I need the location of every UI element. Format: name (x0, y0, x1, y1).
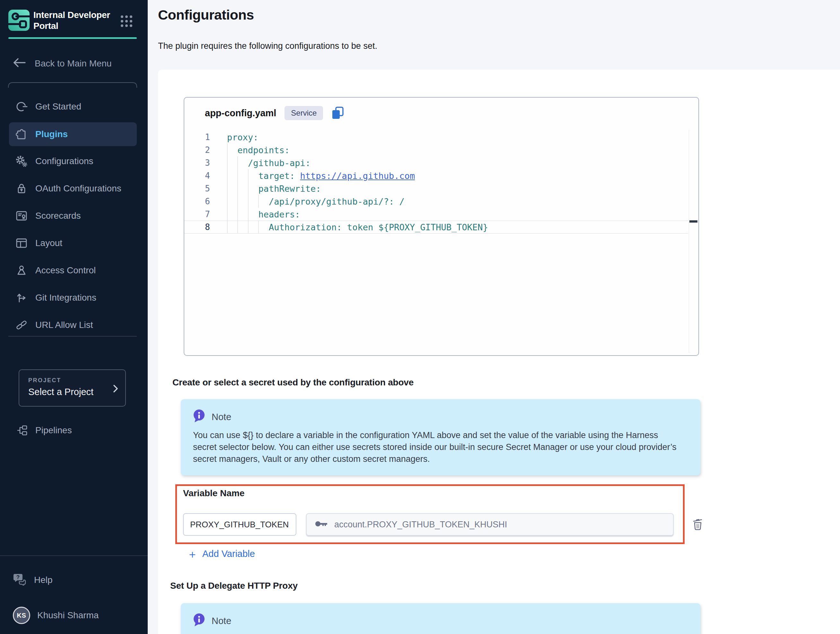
copy-icon[interactable] (332, 106, 344, 120)
sidebar-item-oauth-configurations[interactable]: OAuth Configurations (9, 180, 137, 198)
project-label: PROJECT (28, 377, 62, 384)
back-label: Back to Main Menu (35, 58, 112, 69)
project-selector[interactable]: PROJECT Select a Project (19, 369, 126, 406)
sidebar-item-label: Layout (35, 238, 62, 248)
delete-variable-icon[interactable] (691, 517, 705, 532)
secret-value: account.PROXY_GITHUB_TOKEN_KHUSHI (334, 520, 507, 530)
app-switcher-icon[interactable] (120, 14, 134, 28)
avatar: KS (13, 607, 30, 624)
sidebar-item-label: Scorecards (35, 211, 81, 221)
code-line: 5 pathRewrite: (184, 182, 688, 195)
get-started-icon (16, 101, 28, 113)
help-button[interactable]: ? Help (9, 571, 53, 589)
note-label: Note (212, 412, 231, 422)
svg-text:?: ? (16, 574, 20, 580)
scorecards-icon (16, 210, 28, 222)
editor-scrollbar-thumb[interactable] (689, 220, 698, 223)
variable-name-input[interactable] (183, 513, 296, 536)
code-line: 3 /github-api: (184, 157, 688, 169)
editor-overview-ruler (689, 130, 689, 353)
user-menu[interactable]: KS Khushi Sharma (9, 606, 99, 625)
note-callout: Note (181, 603, 700, 634)
sidebar-item-plugins[interactable]: Plugins (9, 122, 137, 146)
lock-icon (16, 182, 28, 194)
sidebar-item-access-control[interactable]: Access Control (9, 261, 137, 280)
git-branch-icon (16, 292, 28, 304)
page-title: Configurations (158, 7, 254, 23)
user-name: Khushi Sharma (37, 610, 99, 620)
sidebar-item-label: Get Started (35, 101, 81, 112)
code-area[interactable]: 1proxy: 2 endpoints: 3 /github-api: 4 ta… (184, 131, 688, 234)
secret-selector[interactable]: account.PROXY_GITHUB_TOKEN_KHUSHI (306, 513, 674, 536)
sidebar-item-scorecards[interactable]: Scorecards (9, 207, 137, 225)
code-line: 4 target: https://api.github.com (184, 169, 688, 182)
sidebar-item-url-allow-list[interactable]: URL Allow List (9, 316, 137, 334)
nav-group-border (0, 78, 148, 89)
pipelines-icon (16, 424, 28, 436)
sidebar-item-label: Configurations (35, 156, 93, 166)
sidebar-item-label: URL Allow List (35, 320, 93, 330)
code-line: 6 /api/proxy/github-api/?: / (184, 195, 688, 208)
note-label: Note (212, 616, 231, 626)
sidebar-item-layout[interactable]: Layout (9, 234, 137, 252)
project-value: Select a Project (28, 387, 93, 397)
info-icon (192, 409, 206, 425)
sidebar-bottom-divider (0, 555, 148, 556)
code-line: 7 headers: (184, 208, 688, 221)
secret-section-heading: Create or select a secret used by the co… (172, 377, 414, 388)
link-icon (16, 319, 28, 331)
configurations-icon (16, 155, 28, 168)
sidebar-item-label: Access Control (35, 265, 96, 275)
code-line: 2 endpoints: (184, 144, 688, 157)
sidebar-item-git-integrations[interactable]: Git Integrations (9, 289, 137, 307)
delegate-section-heading: Set Up a Delegate HTTP Proxy (170, 581, 298, 591)
add-variable-button[interactable]: ＋ Add Variable (187, 549, 255, 559)
help-label: Help (34, 575, 53, 585)
code-line-active: 8 Authorization: token ${PROXY_GITHUB_TO… (184, 221, 688, 234)
code-line: 1proxy: (184, 131, 688, 144)
sidebar-accent-rule (8, 37, 137, 39)
page-subtitle: The plugin requires the following config… (158, 41, 377, 51)
chevron-right-icon (113, 384, 118, 394)
sidebar-item-configurations[interactable]: Configurations (9, 152, 137, 170)
editor-filename: app-config.yaml (205, 108, 276, 119)
plus-icon: ＋ (187, 549, 198, 559)
layout-icon (16, 237, 28, 249)
back-arrow-icon (13, 58, 26, 70)
info-icon (192, 613, 206, 629)
app-logo-icon (8, 9, 30, 31)
sidebar-item-label: OAuth Configurations (35, 183, 122, 194)
sidebar: Internal Developer Portal Back to Main M… (0, 0, 148, 634)
key-icon (315, 520, 328, 529)
app-title: Internal Developer Portal (33, 9, 111, 32)
sidebar-item-label: Pipelines (35, 425, 72, 435)
note-callout: Note You can use ${} to declare a variab… (181, 399, 700, 475)
plugins-icon (16, 128, 28, 140)
sidebar-item-label: Plugins (35, 129, 68, 139)
main-content: Configurations The plugin requires the f… (148, 0, 840, 634)
sidebar-divider (8, 336, 137, 337)
variable-name-label: Variable Name (183, 488, 244, 498)
note-body: You can use ${} to declare a variable in… (193, 429, 678, 465)
person-icon (16, 264, 28, 277)
sidebar-item-get-started[interactable]: Get Started (9, 98, 137, 115)
back-to-main-menu[interactable]: Back to Main Menu (13, 57, 112, 70)
sidebar-item-pipelines[interactable]: Pipelines (9, 421, 137, 440)
code-link[interactable]: https://api.github.com (300, 171, 415, 181)
yaml-editor[interactable]: app-config.yaml Service 1proxy: 2 endpoi… (184, 97, 699, 356)
add-variable-label: Add Variable (202, 549, 255, 559)
sidebar-item-label: Git Integrations (35, 292, 96, 303)
help-chat-icon: ? (13, 573, 27, 588)
service-badge: Service (284, 106, 323, 120)
